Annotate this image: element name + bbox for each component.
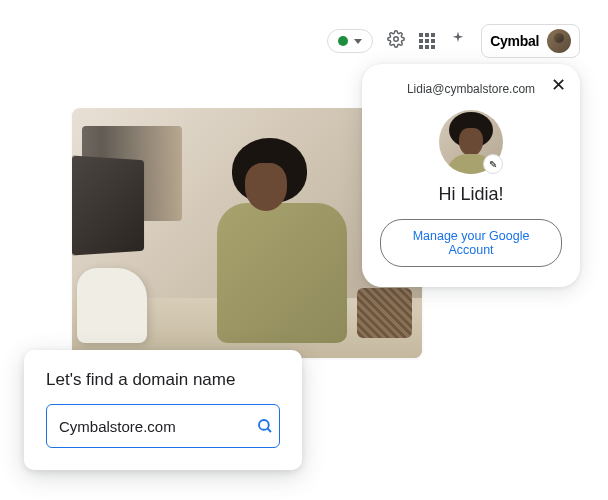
edit-avatar-button[interactable]: ✎ bbox=[483, 154, 503, 174]
account-popup: ✕ Lidia@cymbalstore.com ✎ Hi Lidia! Mana… bbox=[362, 64, 580, 287]
svg-line-2 bbox=[267, 428, 271, 432]
avatar-wrapper: ✎ bbox=[439, 110, 503, 174]
sparkle-button[interactable] bbox=[449, 30, 467, 52]
close-button[interactable]: ✕ bbox=[551, 76, 566, 94]
manage-account-button[interactable]: Manage your Google Account bbox=[380, 219, 562, 267]
chevron-down-icon bbox=[354, 39, 362, 44]
domain-search-card: Let's find a domain name bbox=[24, 350, 302, 470]
greeting-text: Hi Lidia! bbox=[380, 184, 562, 205]
apps-launcher-icon[interactable] bbox=[419, 33, 435, 49]
status-dropdown[interactable] bbox=[327, 29, 373, 53]
svg-point-1 bbox=[259, 420, 269, 430]
brand-name: Cymbal bbox=[490, 33, 539, 49]
domain-search-heading: Let's find a domain name bbox=[46, 370, 280, 390]
avatar bbox=[547, 29, 571, 53]
settings-button[interactable] bbox=[387, 30, 405, 52]
svg-point-0 bbox=[394, 37, 399, 42]
search-button[interactable] bbox=[256, 417, 274, 435]
pencil-icon: ✎ bbox=[489, 159, 497, 170]
sparkle-icon bbox=[449, 30, 467, 48]
domain-search-field[interactable] bbox=[46, 404, 280, 448]
close-icon: ✕ bbox=[551, 75, 566, 95]
account-chip[interactable]: Cymbal bbox=[481, 24, 580, 58]
search-icon bbox=[256, 417, 274, 435]
active-status-dot bbox=[338, 36, 348, 46]
gear-icon bbox=[387, 30, 405, 48]
domain-search-input[interactable] bbox=[59, 418, 249, 435]
account-email: Lidia@cymbalstore.com bbox=[380, 82, 562, 96]
top-toolbar: Cymbal bbox=[327, 24, 580, 58]
